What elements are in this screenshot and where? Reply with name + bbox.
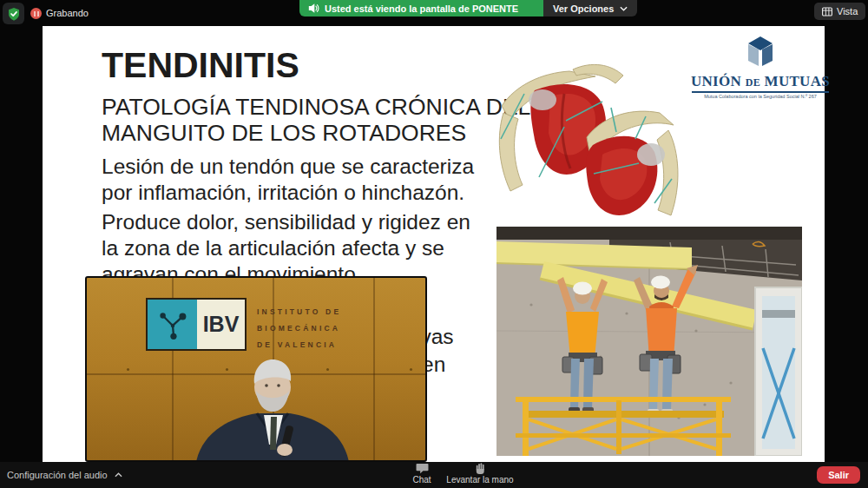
gallery-grid-icon [822, 7, 832, 16]
view-mode-label: Vista [837, 6, 858, 16]
slide-paragraph-1: Lesión de un tendón que se caracteriza p… [102, 154, 474, 206]
speaker-icon [308, 3, 319, 14]
slide-subtitle-line1: PATOLOGÍA TENDINOSA CRÓNICA DEL [102, 94, 530, 120]
slide-subtitle: PATOLOGÍA TENDINOSA CRÓNICA DEL MANGUITO… [102, 94, 530, 146]
chat-label: Chat [412, 475, 431, 485]
chevron-up-icon [115, 472, 122, 478]
ibv-molecule-icon [156, 308, 189, 341]
slide-paragraph2-line1: Produce dolor, sensibilidad y rigidez en [102, 209, 470, 235]
screen-share-banner: Usted está viendo la pantalla de PONENTE [299, 0, 543, 16]
slide-paragraph2-line2: la zona de la articulación afecta y se [102, 235, 470, 261]
audio-settings-label: Configuración del audio [7, 470, 108, 480]
view-options-button[interactable]: Ver Opciones [543, 0, 637, 16]
chevron-down-icon [620, 6, 628, 11]
shield-check-icon [7, 7, 21, 21]
panel-screw [410, 368, 412, 371]
screen-share-banner-text: Usted está viendo la pantalla de PONENTE [325, 3, 518, 14]
slide-paragraph1-line2: por inflamación, irritación o hinchazón. [102, 180, 474, 206]
logo-word-de: DE [746, 76, 760, 89]
logo-rule [692, 91, 829, 93]
audio-settings-button[interactable]: Configuración del audio [7, 462, 122, 488]
raised-hand-icon [475, 463, 486, 474]
leave-meeting-button[interactable]: Salir [817, 466, 860, 484]
view-options-label: Ver Opciones [553, 3, 614, 14]
union-de-mutuas-logo: UNIÓN DE MUTUAS Mutua Colaboradora con l… [690, 33, 831, 106]
view-mode-button[interactable]: Vista [814, 3, 865, 20]
logo-word-mutuas: MUTUAS [765, 73, 830, 89]
ibv-acronym: IBV [197, 300, 245, 349]
ibv-name-line1: INSTITUTO DE [257, 304, 341, 320]
logo-word-union: UNIÓN [691, 73, 741, 89]
rotator-cuff-anatomy-illustration [490, 52, 691, 222]
panel-screw [127, 368, 129, 371]
chat-bubble-icon [416, 463, 429, 474]
meeting-control-bar: Configuración del audio Chat Levantar la… [0, 462, 868, 488]
union-de-mutuas-wordmark: UNIÓN DE MUTUAS [690, 73, 831, 90]
presenter-person [177, 353, 370, 462]
ibv-logo-plaque: IBV [146, 298, 247, 351]
ceiling-workers-photo [496, 227, 802, 456]
slide-title: TENDINITIS [102, 45, 299, 86]
recording-label: Grabando [46, 8, 89, 18]
ibv-name-line2: BIOMECÁNICA [257, 320, 341, 337]
slide-paragraph1-line1: Lesión de un tendón que se caracteriza [102, 154, 474, 180]
ibv-symbol-tile [148, 300, 197, 349]
raise-hand-button[interactable]: Levantar la mano [443, 463, 517, 485]
security-shield-button[interactable] [3, 3, 24, 24]
wood-seam [373, 278, 375, 460]
slide-subtitle-line2: MANGUITO DE LOS ROTADORES [102, 120, 530, 146]
union-de-mutuas-cube-icon [740, 33, 780, 68]
recording-indicator-icon [30, 8, 42, 19]
raise-hand-label: Levantar la mano [446, 475, 513, 485]
chat-button[interactable]: Chat [405, 463, 438, 485]
ibv-institute-name: INSTITUTO DE BIOMECÁNICA DE VALENCIA [257, 304, 341, 353]
presenter-webcam-video[interactable]: IBV INSTITUTO DE BIOMECÁNICA DE VALENCIA [85, 276, 427, 462]
logo-tagline: Mutua Colaboradora con la Seguridad Soci… [695, 94, 825, 99]
ibv-name-line3: DE VALENCIA [257, 337, 341, 353]
